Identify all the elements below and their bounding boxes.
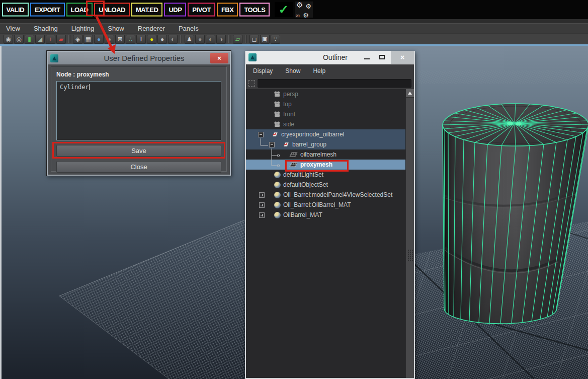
camera-attributes-icon[interactable]: ◎ bbox=[14, 35, 24, 44]
outliner-filter-row bbox=[246, 77, 414, 89]
image-plane-icon[interactable]: ◢ bbox=[35, 35, 45, 44]
shadows-icon[interactable]: ● bbox=[195, 35, 205, 44]
text-cursor bbox=[89, 84, 90, 90]
gear-icon: ⚙ bbox=[296, 1, 303, 10]
wireframe-icon[interactable]: ◈ bbox=[73, 35, 82, 44]
xray-icon[interactable]: ⊠ bbox=[115, 35, 125, 44]
udp-dialog-body: Node : proxymesh Cylinder Save Close bbox=[51, 66, 227, 172]
outliner-window: Outliner × Display Show Help persp bbox=[245, 51, 415, 379]
udp-dialog-title: User Defined Properties bbox=[58, 54, 230, 62]
outliner-close-button[interactable]: × bbox=[391, 51, 414, 64]
menu-show[interactable]: Show bbox=[108, 25, 124, 32]
valid-shelf-button[interactable]: VALID bbox=[2, 3, 29, 16]
menu-shading[interactable]: Shading bbox=[34, 25, 58, 32]
scrollbar-grip[interactable] bbox=[407, 249, 413, 261]
zoom-region-icon[interactable]: + bbox=[46, 35, 55, 44]
share-icon[interactable]: ∵ bbox=[271, 35, 280, 44]
tools-shelf-button[interactable]: TOOLS bbox=[239, 3, 270, 16]
close-icon: × bbox=[400, 53, 404, 61]
particles-icon[interactable]: ∴ bbox=[126, 35, 135, 44]
save-button[interactable]: Save bbox=[56, 145, 221, 157]
wireframe-center-glow bbox=[507, 122, 513, 125]
menu-panels[interactable]: Panels bbox=[179, 25, 199, 32]
fbx-shelf-button[interactable]: FBX bbox=[217, 3, 238, 16]
settings-gears-button[interactable]: ⚙ ⚙ ⚙ on bbox=[295, 2, 313, 18]
outliner-scrollbar[interactable] bbox=[405, 89, 414, 378]
horizon-grid bbox=[414, 70, 588, 84]
outliner-titlebar[interactable]: Outliner × bbox=[246, 51, 414, 64]
maya-logo-icon bbox=[248, 53, 257, 61]
menu-display[interactable]: Display bbox=[253, 67, 273, 74]
menu-renderer[interactable]: Renderer bbox=[138, 25, 165, 32]
filter-selection-icon[interactable] bbox=[248, 80, 255, 87]
gears-on-label: on bbox=[296, 14, 300, 17]
custom-shelf: VALID EXPORT LOAD UNLOAD MAT.ED UDP PIVO… bbox=[0, 0, 588, 19]
unload-shelf-button[interactable]: UNLOAD bbox=[94, 3, 130, 16]
minimize-icon[interactable] bbox=[364, 58, 370, 59]
default-light-icon[interactable]: ● bbox=[147, 35, 156, 44]
camera-icon[interactable]: ◉ bbox=[4, 35, 13, 44]
flat-shade-icon[interactable]: ● bbox=[105, 35, 114, 44]
cube-copy-icon[interactable]: ▣ bbox=[260, 35, 270, 44]
panel-left-border bbox=[0, 46, 2, 379]
toolbar-separator bbox=[228, 35, 230, 43]
menu-show[interactable]: Show bbox=[285, 67, 300, 74]
bookmark-icon[interactable]: ▮ bbox=[25, 35, 34, 44]
selected-lights-icon[interactable]: ◐ bbox=[168, 35, 178, 44]
check-icon: ✓ bbox=[279, 3, 289, 17]
smooth-shade-icon[interactable]: ● bbox=[94, 35, 104, 44]
outliner-tree: persp top front side cryexportnode_oilba… bbox=[246, 89, 414, 378]
active-panel-highlight bbox=[0, 44, 588, 46]
udp-close-button[interactable]: × bbox=[210, 53, 228, 63]
udp-shelf-button[interactable]: UDP bbox=[164, 3, 186, 16]
mated-shelf-button[interactable]: MAT.ED bbox=[131, 3, 162, 16]
tree-connector-lines bbox=[246, 89, 306, 220]
load-shelf-button[interactable]: LOAD bbox=[66, 3, 93, 16]
user-defined-properties-dialog: User Defined Properties × Node : proxyme… bbox=[47, 51, 231, 176]
close-icon: × bbox=[217, 54, 221, 62]
gear-icon: ⚙ bbox=[303, 12, 309, 19]
validate-check-button[interactable]: ✓ bbox=[275, 2, 293, 17]
cube-outline-icon[interactable]: ◻ bbox=[249, 35, 259, 44]
menu-view[interactable]: View bbox=[6, 25, 20, 32]
pivot-shelf-button[interactable]: PIVOT bbox=[188, 3, 215, 16]
film-gate-icon[interactable]: ▦ bbox=[83, 35, 93, 44]
close-button[interactable]: Close bbox=[56, 161, 221, 173]
ao-sphere-icon[interactable]: ◑ bbox=[216, 35, 226, 44]
maya-logo-icon bbox=[50, 54, 58, 62]
export-shelf-button[interactable]: EXPORT bbox=[30, 3, 64, 16]
ao-half-icon[interactable]: ◐ bbox=[206, 35, 215, 44]
maya-application-window: VALID EXPORT LOAD UNLOAD MAT.ED UDP PIVO… bbox=[0, 0, 588, 379]
toolbar-separator bbox=[245, 35, 247, 43]
udp-node-label: Node : proxymesh bbox=[56, 71, 221, 78]
menu-help[interactable]: Help bbox=[313, 67, 325, 74]
panel-menubar: View Shading Lighting Show Renderer Pane… bbox=[0, 23, 588, 33]
bust-icon[interactable]: ♟ bbox=[185, 35, 194, 44]
outliner-search-input[interactable] bbox=[258, 79, 411, 88]
udp-properties-textarea[interactable]: Cylinder bbox=[56, 81, 221, 140]
udp-dialog-titlebar[interactable]: User Defined Properties × bbox=[48, 52, 230, 64]
gear-icon: ⚙ bbox=[305, 3, 311, 10]
shelf-divider bbox=[0, 19, 588, 23]
maximize-icon[interactable] bbox=[379, 55, 385, 59]
paint-effects-icon[interactable]: ▰ bbox=[56, 35, 66, 44]
menu-lighting[interactable]: Lighting bbox=[71, 25, 95, 32]
outliner-menubar: Display Show Help bbox=[246, 64, 414, 77]
textured-icon[interactable]: T bbox=[136, 35, 146, 44]
panel-toolbar: ◉ ◎ ▮ ◢ + ▰ ◈ ▦ ● ● ⊠ ∴ T ● ● ◐ ♟ ● ◐ ◑ … bbox=[0, 33, 588, 44]
toolbar-separator bbox=[180, 35, 182, 43]
toolbar-separator bbox=[68, 35, 70, 43]
all-lights-icon[interactable]: ● bbox=[157, 35, 167, 44]
wireframe-center-glow bbox=[516, 122, 522, 126]
isolate-select-icon[interactable]: ▱ bbox=[233, 35, 242, 44]
scroll-up-icon[interactable] bbox=[406, 89, 414, 98]
